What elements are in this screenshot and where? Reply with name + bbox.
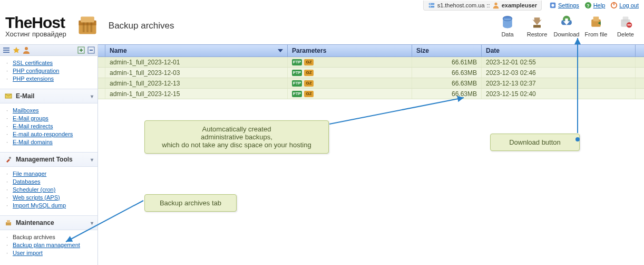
chevron-down-icon: ▾ bbox=[91, 93, 93, 99]
sidebar-item-egroups[interactable]: E-Mail groups bbox=[13, 115, 48, 121]
sidebar-tools-list: File manager Databases Scheduler (cron) … bbox=[0, 167, 97, 215]
hamburger-icon[interactable] bbox=[2, 46, 11, 54]
sidebar-item-user-import[interactable]: User import bbox=[13, 250, 43, 256]
svg-rect-0 bbox=[428, 3, 434, 5]
table-row[interactable]: admin-1_full_2023-12-15FTPGZ66.63MB2023-… bbox=[98, 89, 644, 99]
settings-icon bbox=[549, 2, 557, 9]
row-size: 66.63MB bbox=[412, 78, 482, 88]
svg-rect-10 bbox=[613, 2, 614, 5]
row-date: 2023-12-03 02:46 bbox=[482, 68, 636, 78]
top-links: Settings ? Help Log out bbox=[547, 1, 641, 10]
restore-button[interactable]: Restore bbox=[524, 15, 550, 37]
logo-block: TheHost Хостинг провайдер Backup archive… bbox=[5, 14, 174, 39]
sidebar-email-list: Mailboxes E-Mail groups E-Mail redirects… bbox=[0, 103, 97, 152]
toolbar: Data Restore Download From file Delete bbox=[494, 15, 639, 37]
fromfile-icon bbox=[589, 15, 603, 30]
svg-rect-24 bbox=[623, 16, 629, 21]
sidebar-item-phpconf[interactable]: PHP configuration bbox=[13, 68, 59, 74]
row-size: 66.63MB bbox=[412, 68, 482, 78]
ftp-badge: FTP bbox=[292, 91, 302, 97]
svg-rect-16 bbox=[90, 22, 92, 32]
sidebar-item-edomains[interactable]: E-Mail domains bbox=[13, 139, 53, 145]
row-date: 2023-12-15 02:40 bbox=[482, 89, 636, 99]
table-row[interactable]: admin-1_full_2023-12-13FTPGZ66.63MB2023-… bbox=[98, 78, 644, 89]
user-small-icon[interactable] bbox=[22, 46, 31, 54]
row-name: admin-1_full_2023-12-13 bbox=[105, 78, 288, 88]
table-row[interactable]: admin-1_full_2023-12-01FTPGZ66.61MB2023-… bbox=[98, 57, 644, 68]
sidebar-item-backup-plan[interactable]: Backup plan management bbox=[13, 242, 80, 248]
delete-icon bbox=[618, 15, 633, 30]
tools-icon bbox=[4, 155, 13, 164]
row-name: admin-1_full_2023-12-03 bbox=[105, 68, 288, 78]
sidebar-item-eredirects[interactable]: E-Mail redirects bbox=[13, 123, 53, 129]
row-params: FTPGZ bbox=[288, 78, 412, 88]
sidebar-item-eautoresp[interactable]: E-mail auto-responders bbox=[13, 131, 73, 137]
row-select[interactable] bbox=[98, 89, 105, 99]
sidebar-item-mailboxes[interactable]: Mailboxes bbox=[13, 107, 39, 113]
svg-rect-19 bbox=[533, 25, 541, 27]
row-size: 66.63MB bbox=[412, 89, 482, 99]
collapse-icon[interactable] bbox=[87, 46, 95, 54]
help-icon: ? bbox=[584, 2, 592, 9]
restore-icon bbox=[530, 15, 544, 30]
sidebar-maint-list: Backup archives Backup plan management U… bbox=[0, 230, 97, 263]
row-select[interactable] bbox=[98, 57, 105, 67]
sidebar-top-list: SSL certificates PHP configuration PHP e… bbox=[0, 56, 97, 89]
data-button[interactable]: Data bbox=[494, 15, 521, 37]
star-icon[interactable] bbox=[12, 46, 21, 54]
sidebar-item-backup-archives[interactable]: Backup archives bbox=[13, 234, 55, 240]
sidebar-item-phpext[interactable]: PHP extensions bbox=[13, 75, 54, 82]
callout-auto-backups: Automcatically createdadministrative bac… bbox=[144, 120, 329, 154]
sidebar-item-mysql[interactable]: Import MySQL dump bbox=[13, 202, 66, 209]
sidebar-item-filemgr[interactable]: File manager bbox=[13, 171, 46, 177]
row-size: 66.61MB bbox=[412, 57, 482, 67]
logout-link[interactable]: Log out bbox=[610, 2, 639, 9]
expand-icon[interactable] bbox=[77, 46, 85, 54]
gz-badge: GZ bbox=[304, 91, 314, 97]
svg-rect-33 bbox=[7, 220, 10, 223]
row-params: FTPGZ bbox=[288, 68, 412, 78]
sidebar-item-aps[interactable]: Web scripts (APS) bbox=[13, 194, 60, 201]
sidebar-head-maint[interactable]: Maintenance ▾ bbox=[0, 215, 97, 230]
delete-button[interactable]: Delete bbox=[612, 15, 639, 37]
col-size[interactable]: Size bbox=[412, 45, 482, 56]
brand-name: TheHost bbox=[5, 15, 66, 31]
help-link[interactable]: ? Help bbox=[584, 2, 606, 9]
svg-rect-22 bbox=[593, 16, 599, 21]
table-row[interactable]: admin-1_full_2023-12-03FTPGZ66.63MB2023-… bbox=[98, 68, 644, 78]
server-icon bbox=[428, 2, 435, 9]
col-select[interactable] bbox=[98, 45, 105, 56]
server-user-sep: :: bbox=[487, 2, 490, 8]
download-button[interactable]: Download bbox=[553, 15, 580, 37]
svg-point-4 bbox=[494, 2, 497, 5]
svg-rect-26 bbox=[628, 24, 631, 25]
settings-link[interactable]: Settings bbox=[549, 2, 579, 9]
sidebar-item-databases[interactable]: Databases bbox=[13, 178, 41, 185]
sidebar-head-tools[interactable]: Management Tools ▾ bbox=[0, 152, 97, 167]
sort-desc-icon bbox=[278, 49, 283, 52]
logo: TheHost Хостинг провайдер bbox=[5, 15, 66, 37]
sidebar-head-email[interactable]: E-Mail ▾ bbox=[0, 89, 97, 103]
svg-text:?: ? bbox=[587, 3, 589, 8]
page-title: Backup archives bbox=[109, 21, 174, 31]
ftp-badge: FTP bbox=[292, 80, 302, 87]
svg-point-27 bbox=[25, 47, 28, 50]
maint-icon bbox=[4, 219, 13, 227]
table-body: admin-1_full_2023-12-01FTPGZ66.61MB2023-… bbox=[98, 57, 644, 99]
fromfile-button[interactable]: From file bbox=[583, 15, 609, 37]
chevron-down-icon: ▾ bbox=[91, 157, 93, 163]
sidebar-item-cron[interactable]: Scheduler (cron) bbox=[13, 186, 55, 193]
content: Name Parameters Size Date admin-1_full_2… bbox=[98, 44, 644, 265]
row-select[interactable] bbox=[98, 68, 105, 78]
col-menu[interactable] bbox=[636, 45, 644, 56]
row-select[interactable] bbox=[98, 78, 105, 88]
download-icon bbox=[559, 15, 574, 30]
col-name[interactable]: Name bbox=[105, 45, 288, 56]
chevron-down-icon: ▾ bbox=[91, 220, 93, 226]
col-params[interactable]: Parameters bbox=[288, 45, 412, 56]
col-date[interactable]: Date bbox=[482, 45, 636, 56]
sidebar-item-ssl[interactable]: SSL certificates bbox=[13, 60, 53, 66]
header: TheHost Хостинг провайдер Backup archive… bbox=[5, 12, 639, 40]
mail-icon bbox=[4, 92, 13, 100]
row-date: 2023-12-13 02:37 bbox=[482, 78, 636, 88]
